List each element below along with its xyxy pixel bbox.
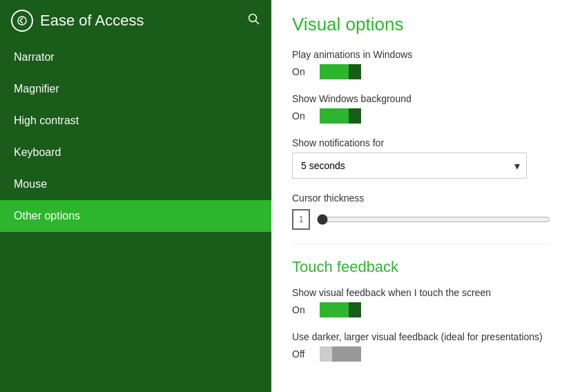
svg-line-2 [255,21,259,24]
svg-point-0 [18,17,26,25]
darker-feedback-group: Use darker, larger visual feedback (idea… [292,331,550,362]
sidebar: Ease of Access Narrator Magnifier High c… [0,0,271,392]
darker-feedback-state: Off [292,349,313,360]
main-content: Visual options Play animations in Window… [271,0,571,392]
play-animations-group: Play animations in Windows On [292,49,550,79]
sidebar-item-keyboard[interactable]: Keyboard [0,137,271,168]
cursor-thickness-group: Cursor thickness 1 [292,193,550,230]
sidebar-item-narrator[interactable]: Narrator [0,41,271,73]
sidebar-item-high-contrast[interactable]: High contrast [0,105,271,137]
play-animations-toggle[interactable] [320,64,361,79]
darker-feedback-label: Use darker, larger visual feedback (idea… [292,331,550,342]
show-background-group: Show Windows background On [292,93,550,124]
sidebar-title: Ease of Access [40,12,144,30]
show-background-toggle[interactable] [320,108,361,124]
show-notifications-label: Show notifications for [292,137,550,148]
play-animations-state: On [292,66,313,77]
section-divider [292,244,550,244]
sidebar-item-other-options[interactable]: Other options [0,200,271,232]
sidebar-item-mouse[interactable]: Mouse [0,168,271,200]
show-visual-feedback-toggle[interactable] [320,302,361,317]
visual-options-title: Visual options [292,14,550,35]
cursor-thickness-slider[interactable] [317,214,550,225]
cursor-thickness-value: 1 [292,209,310,230]
touch-feedback-title: Touch feedback [292,258,550,276]
darker-feedback-toggle[interactable] [320,346,361,362]
search-button[interactable] [248,13,260,29]
sidebar-header: Ease of Access [0,0,271,41]
sidebar-item-magnifier[interactable]: Magnifier [0,73,271,105]
show-visual-feedback-state: On [292,304,313,315]
svg-point-1 [249,14,257,21]
show-background-toggle-row: On [292,108,550,124]
play-animations-label: Play animations in Windows [292,49,550,60]
show-background-label: Show Windows background [292,93,550,104]
show-background-state: On [292,110,313,121]
notifications-dropdown[interactable]: 5 seconds 7 seconds 15 seconds 30 second… [292,153,527,179]
darker-feedback-toggle-row: Off [292,346,550,362]
cursor-thickness-slider-container: 1 [292,209,550,230]
show-notifications-group: Show notifications for 5 seconds 7 secon… [292,137,550,179]
notifications-dropdown-container: 5 seconds 7 seconds 15 seconds 30 second… [292,153,527,179]
cursor-thickness-label: Cursor thickness [292,193,550,204]
show-visual-feedback-label: Show visual feedback when I touch the sc… [292,287,550,298]
show-visual-feedback-toggle-row: On [292,302,550,317]
play-animations-toggle-row: On [292,64,550,79]
back-button[interactable] [11,10,33,32]
show-visual-feedback-group: Show visual feedback when I touch the sc… [292,287,550,317]
